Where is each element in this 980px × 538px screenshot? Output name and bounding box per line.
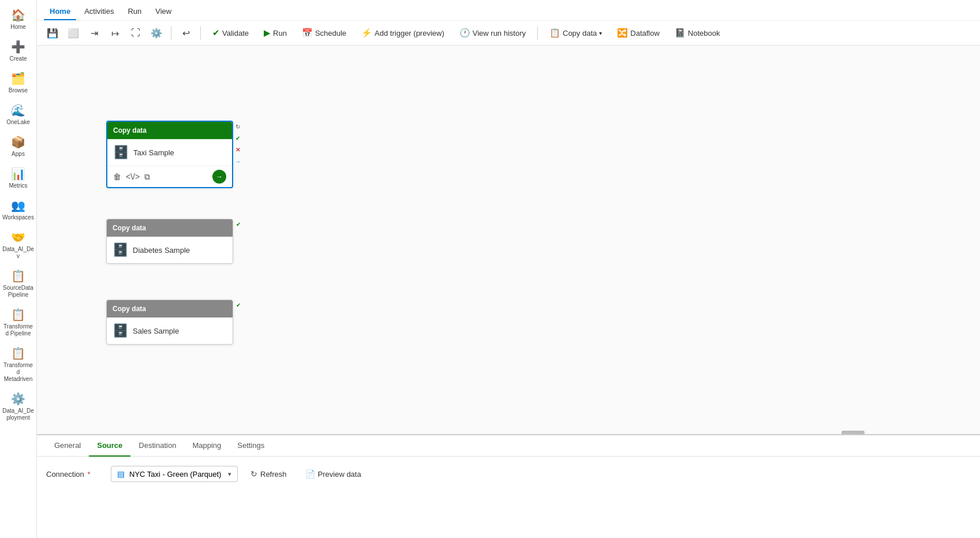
taxi-status-area: ↻ ✔ ✕ → [233,122,242,166]
refresh-label: Refresh [260,470,287,479]
sidebar-item-label: Transformed Metadriven [2,362,34,383]
taxi-node[interactable]: Copy data 🗄️ Taxi Sample 🗑 <\/> ⧉ → ↻ ✔ … [106,121,233,188]
sidebar-item-metrics[interactable]: 📊 Metrics [0,163,36,193]
sales-node-name: Sales Sample [133,327,179,335]
diabetes-node-body: 🗄️ Diabetes Sample [107,237,233,263]
taxi-status-check: ✔ [233,133,242,143]
collapse-handle[interactable] [841,431,865,434]
tab-mapping[interactable]: Mapping [184,435,229,457]
sidebar-item-label: Transformed Pipeline [2,323,34,337]
save-button[interactable]: 💾 [44,24,61,42]
taxi-status-x: ✕ [233,145,242,154]
diabetes-node-name: Diabetes Sample [133,246,190,255]
add-trigger-button[interactable]: ⚡ Add trigger (preview) [356,25,450,41]
taxi-copy-btn[interactable]: ⧉ [144,172,150,182]
notebook-button[interactable]: 📓 Notebook [669,25,726,41]
taxi-code-btn[interactable]: <\/> [126,172,140,181]
connection-dropdown[interactable]: ▤ NYC Taxi - Green (Parquet) ▾ [111,466,238,482]
schedule-button[interactable]: 📅 Schedule [296,25,352,41]
diabetes-status-area: ✔ [234,219,243,229]
taxi-status-refresh: ↻ [233,122,242,131]
sidebar-item-onelake[interactable]: 🌊 OneLake [0,100,36,129]
workspaces-icon: 👥 [11,199,25,212]
sales-status-area: ✔ [234,300,243,309]
sidebar: 🏠 Home ➕ Create 🗂️ Browse 🌊 OneLake 📦 Ap… [0,0,37,538]
sidebar-item-transformed-pipeline[interactable]: 📋 Transformed Pipeline [0,304,36,341]
sales-node[interactable]: Copy data 🗄️ Sales Sample ✔ [106,300,233,345]
schedule-label: Schedule [315,29,346,38]
taxi-node-header: Copy data [107,122,232,139]
tab-destination[interactable]: Destination [130,435,184,457]
diabetes-node[interactable]: Copy data 🗄️ Diabetes Sample ✔ [106,219,233,264]
validate-icon: ✔ [212,28,220,38]
menu-bar: Home Activities Run View [37,0,980,20]
taxi-node-actions: 🗑 <\/> ⧉ → [107,166,232,187]
run-button[interactable]: ▶ Run [258,25,293,41]
undo-button[interactable]: ↩ [177,24,194,42]
settings-button[interactable]: ⚙️ [148,24,165,42]
tab-settings[interactable]: Settings [229,435,272,457]
view-run-history-button[interactable]: 🕐 View run history [454,25,532,41]
sidebar-item-transformed-metadriven[interactable]: 📋 Transformed Metadriven [0,343,36,386]
separator-2 [200,26,201,40]
connection-dropdown-icon: ▤ [117,469,125,479]
sidebar-item-label: Workspaces [2,214,34,221]
menu-item-home[interactable]: Home [44,3,76,20]
menu-item-run[interactable]: Run [122,3,147,20]
sidebar-item-workspaces[interactable]: 👥 Workspaces [0,195,36,225]
fit-button[interactable]: ⛶ [127,24,144,42]
refresh-button[interactable]: ↻ Refresh [245,466,293,481]
dataflow-button[interactable]: 🔀 Dataflow [611,25,665,41]
onelake-icon: 🌊 [11,103,25,117]
sidebar-item-label: Metrics [2,182,34,189]
sales-db-icon: 🗄️ [113,323,128,338]
sidebar-item-label: Home [2,24,34,31]
bottom-panel: General Source Destination Mapping Setti… [37,434,980,538]
sidebar-item-label: Browse [2,87,34,94]
sidebar-item-apps[interactable]: 📦 Apps [0,132,36,161]
home-icon: 🏠 [11,8,25,22]
data-ai-dev-icon: 🤝 [11,230,25,244]
sidebar-item-sourcedata-pipeline[interactable]: 📋 SourceData Pipeline [0,266,36,302]
copy-data-label: Copy data [563,29,597,38]
canvas-area: Copy data 🗄️ Taxi Sample 🗑 <\/> ⧉ → ↻ ✔ … [37,46,980,538]
preview-data-button[interactable]: 📄 Preview data [300,466,367,481]
sourcedata-pipeline-icon: 📋 [11,269,25,283]
taxi-node-body: 🗄️ Taxi Sample [107,139,232,166]
menu-item-view[interactable]: View [149,3,177,20]
sidebar-item-browse[interactable]: 🗂️ Browse [0,68,36,98]
sidebar-item-label: Apps [2,151,34,158]
expand-button[interactable]: ⇥ [85,24,103,42]
collapse-button[interactable]: ↦ [106,24,124,42]
tab-general[interactable]: General [46,435,89,457]
create-icon: ➕ [11,40,25,54]
diabetes-status-check: ✔ [234,219,243,229]
data-ai-deployment-icon: ⚙️ [11,392,25,406]
canvas[interactable]: Copy data 🗄️ Taxi Sample 🗑 <\/> ⧉ → ↻ ✔ … [37,46,980,434]
chevron-down-icon: ▾ [228,470,231,478]
validate-label: Validate [222,29,249,38]
panel-content: Connection * ▤ NYC Taxi - Green (Parquet… [37,457,980,491]
sidebar-item-create[interactable]: ➕ Create [0,36,36,66]
taxi-status-arrow: → [233,156,242,166]
required-marker: * [85,470,91,479]
tab-source[interactable]: Source [89,435,130,457]
taxi-delete-btn[interactable]: 🗑 [113,172,121,181]
validate-button[interactable]: ✔ Validate [207,25,255,41]
trigger-label: Add trigger (preview) [375,29,444,38]
sidebar-item-home[interactable]: 🏠 Home [0,5,36,34]
top-nav: Home Activities Run View 💾 ⬜ ⇥ ↦ ⛶ ⚙️ ↩ … [37,0,980,46]
schedule-icon: 📅 [302,28,313,38]
taxi-go-btn[interactable]: → [212,170,226,184]
run-label: Run [273,29,287,38]
menu-item-activities[interactable]: Activities [78,3,119,20]
sidebar-item-data-ai-dev[interactable]: 🤝 Data_AI_Dev [0,227,36,263]
taxi-node-name: Taxi Sample [133,148,174,157]
transformed-metadriven-icon: 📋 [11,346,25,360]
run-icon: ▶ [264,28,271,38]
history-icon: 🕐 [459,28,470,38]
sidebar-item-data-ai-deployment[interactable]: ⚙️ Data_AI_De ployment [0,388,36,425]
sidebar-item-label: Data_AI_De ployment [2,408,34,421]
copy-data-button[interactable]: 📋 Copy data ▾ [544,25,608,41]
select-button[interactable]: ⬜ [65,24,82,42]
